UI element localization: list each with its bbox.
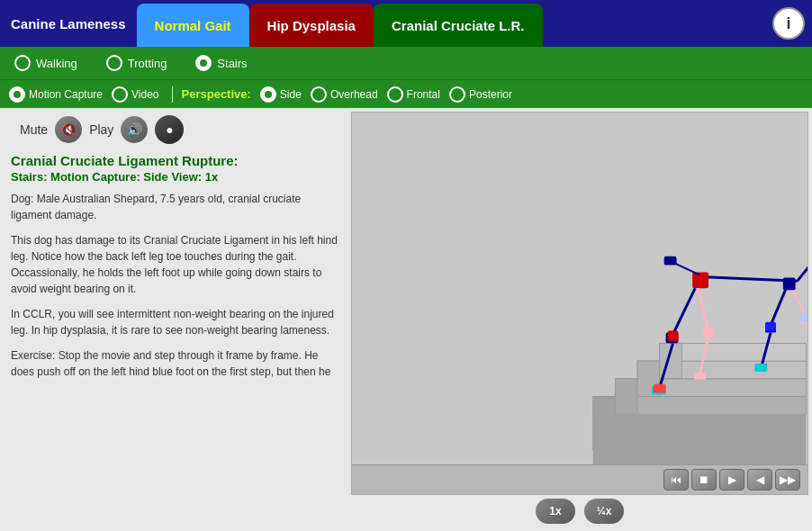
tab-hip-dysplasia[interactable]: Hip Dysplasia (249, 4, 374, 47)
paragraph-4: Exercise: Stop the movie and step throug… (11, 347, 338, 380)
app-title: Canine Lameness (0, 0, 137, 47)
svg-rect-23 (703, 328, 714, 338)
svg-rect-32 (783, 277, 796, 290)
option-motion-capture[interactable]: Motion Capture (9, 86, 103, 103)
svg-rect-21 (692, 272, 708, 288)
speed-controls: 1x ¼x (536, 495, 624, 527)
source-bar: Motion Capture Video Perspective: Side O… (0, 79, 812, 108)
option-stairs[interactable]: Stairs (195, 55, 247, 71)
video-area: ⏮ ⏹ ▶ ◀ ▶▶ (351, 112, 808, 495)
mute-play-row: Mute 🔇 Play 🔊 ● (11, 115, 342, 144)
perspective-section: Perspective: Side Overhead Frontal Poste… (182, 86, 512, 103)
radio-motion-capture[interactable] (9, 86, 25, 103)
speed-1x-button[interactable]: 1x (536, 499, 575, 524)
mute-icon: 🔇 (61, 122, 77, 137)
content-subtitle: Stairs: Motion Capture: Side View: 1x (11, 170, 342, 184)
play-icon: 🔊 (127, 122, 142, 137)
tab-normal-gait[interactable]: Normal Gait (137, 4, 249, 47)
source-section: Motion Capture Video (9, 86, 173, 103)
left-panel: Mute 🔇 Play 🔊 ● Cranial Cruciate Ligamen… (0, 108, 351, 531)
option-video[interactable]: Video (112, 86, 158, 103)
play-button[interactable]: ▶ (719, 469, 744, 490)
mute-button[interactable]: 🔇 (55, 116, 82, 143)
perspective-label: Perspective: (182, 87, 251, 101)
paragraph-2: This dog has damage to its Cranial Cruci… (11, 232, 338, 297)
option-posterior[interactable]: Posterior (449, 86, 512, 103)
info-button[interactable]: i (772, 7, 805, 40)
fwd-frame-button[interactable]: ▶▶ (775, 469, 800, 490)
option-overhead[interactable]: Overhead (311, 86, 378, 103)
play-dark-icon: ● (166, 122, 173, 137)
animation-canvas (352, 112, 807, 494)
radio-video[interactable] (112, 86, 128, 103)
radio-posterior[interactable] (449, 86, 465, 103)
radio-walking[interactable] (14, 55, 31, 71)
option-trotting[interactable]: Trotting (106, 55, 167, 71)
svg-rect-31 (654, 384, 666, 393)
option-walking[interactable]: Walking (14, 55, 77, 71)
svg-rect-30 (668, 331, 679, 342)
radio-frontal[interactable] (387, 86, 403, 103)
main-area: Mute 🔇 Play 🔊 ● Cranial Cruciate Ligamen… (0, 108, 812, 531)
svg-rect-6 (615, 379, 637, 414)
header: Canine Lameness Normal Gait Hip Dysplasi… (0, 0, 812, 47)
paragraph-3: In CCLR, you will see intermittent non-w… (11, 306, 338, 338)
option-frontal[interactable]: Frontal (387, 86, 440, 103)
paragraph-1: Dog: Male Australian Shepard, 7.5 years … (11, 191, 338, 223)
rewind-button[interactable]: ⏮ (663, 469, 689, 490)
gait-bar: Walking Trotting Stairs (0, 47, 812, 79)
radio-side[interactable] (260, 86, 276, 103)
play-audio-button[interactable]: 🔊 (121, 116, 148, 143)
content-title: Cranial Cruciate Ligament Rupture: (11, 153, 342, 168)
playback-controls: ⏮ ⏹ ▶ ◀ ▶▶ (352, 464, 807, 494)
mute-label: Mute (20, 122, 48, 137)
speed-quarter-button[interactable]: ¼x (584, 499, 624, 524)
radio-stairs[interactable] (195, 55, 212, 71)
stop-button[interactable]: ⏹ (691, 469, 717, 490)
tab-cranial-cruciate[interactable]: Cranial Cruciate L.R. (374, 4, 543, 47)
svg-rect-35 (754, 364, 767, 372)
play-label: Play (89, 122, 113, 137)
back-frame-button[interactable]: ◀ (747, 469, 772, 490)
scrollable-text[interactable]: Dog: Male Australian Shepard, 7.5 years … (11, 191, 342, 524)
play-dark-button[interactable]: ● (155, 115, 184, 144)
option-side[interactable]: Side (260, 86, 302, 103)
right-panel: ⏮ ⏹ ▶ ◀ ▶▶ 1x ¼x (351, 108, 812, 531)
radio-trotting[interactable] (106, 55, 122, 71)
svg-rect-33 (765, 322, 776, 331)
svg-rect-37 (664, 256, 677, 266)
svg-rect-34 (801, 313, 807, 322)
radio-overhead[interactable] (311, 86, 327, 103)
svg-rect-25 (694, 373, 706, 380)
